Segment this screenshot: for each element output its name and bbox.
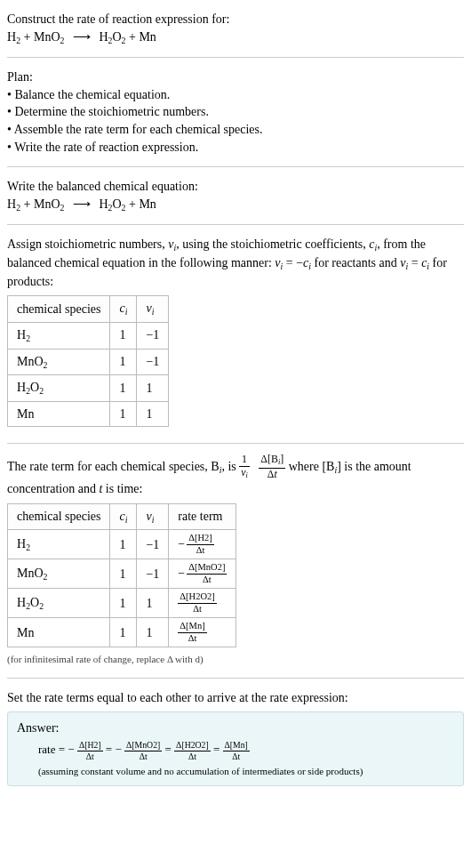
balanced-title: Write the balanced chemical equation:: [7, 178, 464, 196]
table-row: MnO2 1 −1: [8, 349, 169, 375]
rate-expression: rate = − Δ[H2]Δt = − Δ[MnO2]Δt = Δ[H2O2]…: [17, 741, 454, 761]
plan-item: Determine the stoichiometric numbers.: [7, 103, 464, 121]
answer-box: Answer: rate = − Δ[H2]Δt = − Δ[MnO2]Δt =…: [7, 711, 464, 785]
intro-line1: Construct the rate of reaction expressio…: [7, 11, 464, 28]
one-over-nu: 1 νi: [239, 454, 250, 480]
table-header-row: chemical species ci νi rate term: [8, 503, 236, 530]
plan-item: Write the rate of reaction expression.: [7, 139, 464, 157]
reactant-h2: H2: [7, 30, 20, 44]
table-row: Mn 1 1: [8, 401, 169, 427]
table-row: MnO2 1 −1 −Δ[MnO2]Δt: [8, 559, 236, 589]
dbi-dt: Δ[Bi] Δt: [259, 454, 285, 480]
plan-list: Balance the chemical equation. Determine…: [7, 86, 464, 156]
col-ci: ci: [110, 296, 137, 323]
balanced-section: Write the balanced chemical equation: H2…: [7, 174, 464, 217]
separator: [7, 443, 464, 444]
table-row: H2 1 −1 −Δ[H2]Δt: [8, 530, 236, 559]
col-nui: νi: [137, 296, 169, 323]
product-mn: Mn: [139, 30, 156, 44]
separator: [7, 166, 464, 167]
balanced-equation: H2 + MnO2 ⟶ H2O2 + Mn: [7, 196, 464, 214]
plan-item: Assemble the rate term for each chemical…: [7, 121, 464, 139]
infinitesimal-note: (for infinitesimal rate of change, repla…: [7, 653, 464, 666]
answer-label: Answer:: [17, 719, 454, 737]
stoich-table: chemical species ci νi H2 1 −1 MnO2 1 −1…: [7, 295, 169, 427]
table-row: H2 1 −1: [8, 322, 169, 349]
plan-title: Plan:: [7, 68, 464, 86]
rate-term-table: chemical species ci νi rate term H2 1 −1…: [7, 503, 236, 648]
final-section: Set the rate terms equal to each other t…: [7, 686, 464, 790]
assumption-note: (assuming constant volume and no accumul…: [17, 765, 454, 778]
assign-section: Assign stoichiometric numbers, νi, using…: [7, 232, 464, 436]
separator: [7, 224, 464, 225]
separator: [7, 678, 464, 679]
reaction-arrow: ⟶: [73, 28, 91, 46]
table-row: H2O2 1 1: [8, 375, 169, 402]
col-species: chemical species: [8, 296, 110, 323]
reactant-mno2: MnO2: [34, 30, 64, 44]
product-h2o2: H2O2: [99, 30, 125, 44]
intro-section: Construct the rate of reaction expressio…: [7, 7, 464, 50]
plan-section: Plan: Balance the chemical equation. Det…: [7, 65, 464, 159]
reaction-arrow: ⟶: [73, 196, 91, 213]
table-row: H2O2 1 1 Δ[H2O2]Δt: [8, 589, 236, 618]
plan-item: Balance the chemical equation.: [7, 86, 464, 104]
separator: [7, 57, 464, 58]
table-row: Mn 1 1 Δ[Mn]Δt: [8, 618, 236, 647]
table-header-row: chemical species ci νi: [8, 296, 169, 323]
intro-equation: H2 + MnO2 ⟶ H2O2 + Mn: [7, 28, 464, 47]
rate-term-section: The rate term for each chemical species,…: [7, 451, 464, 670]
final-title: Set the rate terms equal to each other t…: [7, 689, 464, 707]
